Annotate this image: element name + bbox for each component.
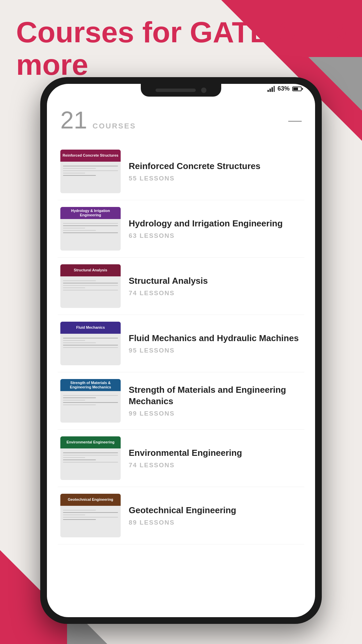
- course-thumb-header: Reinforced Concrete Structures: [60, 150, 121, 162]
- course-title: Hydrology and Irrigation Engineering: [129, 218, 302, 229]
- course-info: Structural Analysis 74 LESSONS: [129, 275, 302, 297]
- course-info: Strength of Materials and Engineering Me…: [129, 384, 302, 417]
- course-item[interactable]: Fluid Mechanics Fluid Mechanics and Hydr…: [58, 315, 304, 372]
- course-item[interactable]: Hydrology & Irrigation Engineering Hydro…: [58, 200, 304, 258]
- signal-bar-4: [274, 86, 275, 92]
- course-title: Environmental Engineering: [129, 447, 302, 459]
- course-info: Reinforced Concrete Structures 55 LESSON…: [129, 161, 302, 182]
- course-lessons: 99 LESSONS: [129, 410, 302, 417]
- course-thumb-label: Reinforced Concrete Structures: [61, 153, 120, 158]
- course-thumb-header: Environmental Engineering: [60, 436, 121, 448]
- battery-icon: [292, 87, 302, 91]
- courses-label: COURSES: [93, 122, 136, 130]
- courses-number: 21: [60, 108, 87, 132]
- courses-header: 21 COURSES —: [58, 108, 304, 132]
- course-thumbnail: Strength of Materials & Engineering Mech…: [60, 379, 121, 423]
- notes-decoration: [60, 335, 121, 365]
- course-lessons: 95 LESSONS: [129, 347, 302, 354]
- headline: Courses for GATE CE & more: [16, 16, 348, 81]
- course-item[interactable]: Geotechnical Engineering Geotechnical En…: [58, 487, 304, 544]
- battery-fill: [293, 88, 298, 90]
- course-thumbnail: Environmental Engineering: [60, 436, 121, 480]
- signal-bar-2: [269, 89, 271, 92]
- course-title: Geotechnical Engineering: [129, 505, 302, 516]
- course-lessons: 74 LESSONS: [129, 289, 302, 297]
- screen-content: 21 COURSES — Reinforced Concrete Structu…: [47, 84, 315, 617]
- phone-mockup: 63% 21 COURSES —: [40, 77, 322, 624]
- course-item[interactable]: Strength of Materials & Engineering Mech…: [58, 372, 304, 430]
- course-info: Geotechnical Engineering 89 LESSONS: [129, 505, 302, 526]
- notes-decoration: [60, 163, 121, 193]
- course-lessons: 55 LESSONS: [129, 175, 302, 182]
- course-thumb-header: Fluid Mechanics: [60, 322, 121, 334]
- course-thumbnail: Geotechnical Engineering: [60, 494, 121, 537]
- notes-decoration: [60, 507, 121, 537]
- notes-decoration: [60, 220, 121, 251]
- course-thumbnail: Structural Analysis: [60, 264, 121, 308]
- course-lessons: 74 LESSONS: [129, 462, 302, 469]
- course-thumb-label: Geotechnical Engineering: [66, 497, 115, 502]
- notch-bar: [156, 89, 196, 92]
- course-thumb-label: Structural Analysis: [72, 268, 109, 272]
- headline-line1: Courses for GATE CE &: [16, 15, 348, 49]
- course-thumb-label: Fluid Mechanics: [75, 325, 106, 330]
- signal-icon: [267, 86, 275, 92]
- battery-percent: 63%: [278, 85, 290, 92]
- status-bar: 63%: [267, 85, 302, 92]
- course-info: Environmental Engineering 74 LESSONS: [129, 447, 302, 469]
- course-lessons: 63 LESSONS: [129, 232, 302, 239]
- course-thumb-label: Environmental Engineering: [65, 440, 116, 444]
- course-title: Reinforced Concrete Structures: [129, 161, 302, 172]
- notes-decoration: [60, 278, 121, 308]
- signal-bar-1: [267, 90, 269, 92]
- course-thumb-header: Geotechnical Engineering: [60, 494, 121, 506]
- course-info: Fluid Mechanics and Hydraulic Machines 9…: [129, 333, 302, 354]
- signal-bar-3: [272, 87, 273, 92]
- course-title: Strength of Materials and Engineering Me…: [129, 384, 302, 407]
- notch-camera: [201, 88, 206, 93]
- phone-notch: [141, 84, 221, 97]
- course-info: Hydrology and Irrigation Engineering 63 …: [129, 218, 302, 239]
- course-thumb-label: Strength of Materials & Engineering Mech…: [60, 381, 121, 389]
- headline-line2: more: [16, 48, 88, 81]
- course-thumb-header: Structural Analysis: [60, 264, 121, 276]
- menu-icon[interactable]: —: [288, 113, 302, 128]
- notes-decoration: [60, 392, 121, 423]
- course-title: Fluid Mechanics and Hydraulic Machines: [129, 333, 302, 344]
- phone-outer: 63% 21 COURSES —: [40, 77, 322, 624]
- course-thumb-label: Hydrology & Irrigation Engineering: [60, 209, 121, 217]
- course-thumb-header: Hydrology & Irrigation Engineering: [60, 207, 121, 219]
- course-item[interactable]: Environmental Engineering Environmental …: [58, 430, 304, 487]
- course-item[interactable]: Reinforced Concrete Structures Reinforce…: [58, 143, 304, 200]
- course-item[interactable]: Structural Analysis Structural Analysis …: [58, 258, 304, 315]
- course-title: Structural Analysis: [129, 275, 302, 287]
- course-thumb-header: Strength of Materials & Engineering Mech…: [60, 379, 121, 391]
- courses-count: 21 COURSES: [60, 108, 136, 132]
- course-thumbnail: Fluid Mechanics: [60, 322, 121, 365]
- notes-decoration: [60, 450, 121, 480]
- course-list: Reinforced Concrete Structures Reinforce…: [58, 143, 304, 544]
- course-thumbnail: Hydrology & Irrigation Engineering: [60, 207, 121, 251]
- phone-screen: 21 COURSES — Reinforced Concrete Structu…: [47, 84, 315, 617]
- course-thumbnail: Reinforced Concrete Structures: [60, 150, 121, 193]
- course-lessons: 89 LESSONS: [129, 519, 302, 526]
